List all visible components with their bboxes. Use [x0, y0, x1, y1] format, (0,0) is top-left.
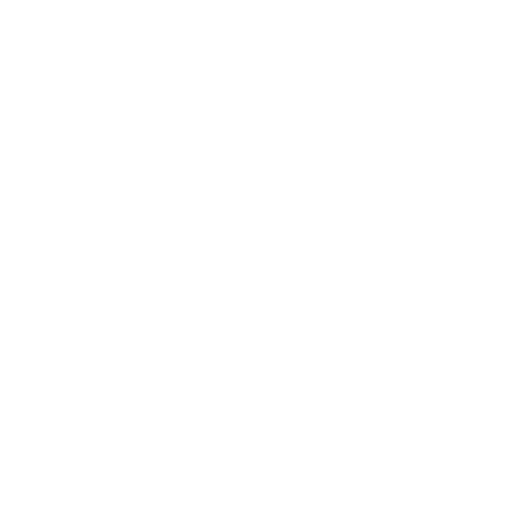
menu-item-cambiarnombre[interactable]: Cambiar nombre: [96, 289, 289, 313]
submenu-label-dword: Valor de DWORD (32 bits): [302, 263, 454, 278]
folder-icon: 📁: [20, 110, 36, 124]
folder-icon: 📁: [10, 218, 26, 232]
folder-icon: 📁: [10, 290, 26, 304]
screen: tensions yHandler iveDesktop 📁 Attachmen…: [0, 0, 520, 520]
menu-label-copiar: Copiar nombre de clave: [116, 387, 254, 402]
menu-item-buscar[interactable]: Buscar...: [96, 234, 289, 258]
folder-icon: 📁: [10, 254, 26, 268]
menu-item-exportar[interactable]: Exportar: [96, 320, 289, 344]
context-menu: Expandir Nuevo ▶ Buscar... Eliminar Camb…: [95, 175, 290, 410]
menu-separator-4: [96, 347, 289, 348]
menu-item-permisos[interactable]: Permisos...: [96, 351, 289, 375]
submenu-label-cadexpan: Valor de cadena expan: [302, 335, 435, 350]
folder-icon: 📁: [10, 326, 26, 340]
menu-separator-2: [96, 261, 289, 262]
submenu-separator-1: [290, 206, 473, 207]
menu-label-eliminar: Eliminar: [116, 270, 163, 285]
folder-icon: 📁: [20, 92, 36, 106]
red-arrow-indicator: ➡: [265, 287, 292, 325]
folder-icon: 📁: [10, 200, 26, 214]
menu-label-permisos: Permisos...: [116, 356, 181, 371]
submenu-label-clave: Clave: [302, 184, 335, 199]
tree-item-extensions[interactable]: tensions: [0, 0, 200, 18]
tree-item-servicing[interactable]: 📁 Servicing: [0, 126, 200, 144]
submenu-item-cadena[interactable]: Valor de cadena: [290, 210, 473, 234]
submenu: Clave Valor de cadena Valor binario Valo…: [289, 175, 474, 358]
tree-item-attachments[interactable]: 📁 Attachments: [0, 54, 200, 72]
submenu-item-cadexpan[interactable]: Valor de cadena expan: [290, 330, 473, 354]
menu-separator-5: [96, 378, 289, 379]
submenu-item-binario[interactable]: Valor binario: [290, 234, 473, 258]
submenu-label-binario: Valor binario: [302, 239, 374, 254]
menu-separator-3: [96, 316, 289, 317]
menu-label-buscar: Buscar...: [116, 239, 167, 254]
submenu-label-qword: Valor de QWORD (64 bits): [302, 287, 455, 302]
menu-item-copiar[interactable]: Copiar nombre de clave: [96, 382, 289, 406]
folder-icon: 📁: [10, 236, 26, 250]
folder-icon: 📁: [10, 308, 26, 322]
menu-label-expandir: Expandir: [116, 184, 167, 199]
submenu-item-dword[interactable]: Valor de DWORD (32 bits): [290, 258, 473, 282]
folder-icon: 📁: [10, 164, 26, 178]
menu-separator-1: [96, 230, 289, 231]
menu-label-nuevo: Nuevo: [116, 208, 154, 223]
tree-item-activedesktop[interactable]: iveDesktop: [0, 36, 200, 54]
folder-icon: 📁: [20, 74, 36, 88]
folder-icon: 📁: [10, 272, 26, 286]
folder-icon: 📁: [20, 146, 36, 160]
submenu-label-cadmultiple: Valor de cadena múltiple: [302, 311, 444, 326]
tree-item-explorer[interactable]: 📁 Explorer: [0, 90, 200, 108]
menu-label-cambiarnombre: Cambiar nombre: [116, 294, 213, 309]
tree-item-datacollection[interactable]: 📁 DataCollection: [0, 72, 200, 90]
menu-item-nuevo[interactable]: Nuevo ▶: [96, 203, 289, 227]
folder-icon: 📁: [20, 128, 36, 142]
tree-item-nonenum[interactable]: 📁 NonEnum: [0, 108, 200, 126]
submenu-label-cadena: Valor de cadena: [302, 215, 396, 230]
menu-item-expandir[interactable]: Expandir: [96, 179, 289, 203]
menu-label-exportar: Exportar: [116, 325, 165, 340]
folder-icon: 📁: [30, 362, 46, 376]
folder-icon: 📁: [20, 56, 36, 70]
submenu-item-qword[interactable]: Valor de QWORD (64 bits): [290, 282, 473, 306]
submenu-item-clave[interactable]: Clave: [290, 179, 473, 203]
submenu-item-cadmultiple[interactable]: Valor de cadena múltiple: [290, 306, 473, 330]
tree-item-yhandler[interactable]: yHandler: [0, 18, 200, 36]
submenu-arrow-icon: ▶: [261, 210, 269, 221]
menu-item-eliminar[interactable]: Eliminar: [96, 265, 289, 289]
tree-item-system[interactable]: 📁 System: [0, 144, 200, 162]
folder-icon: 📁: [10, 182, 26, 196]
